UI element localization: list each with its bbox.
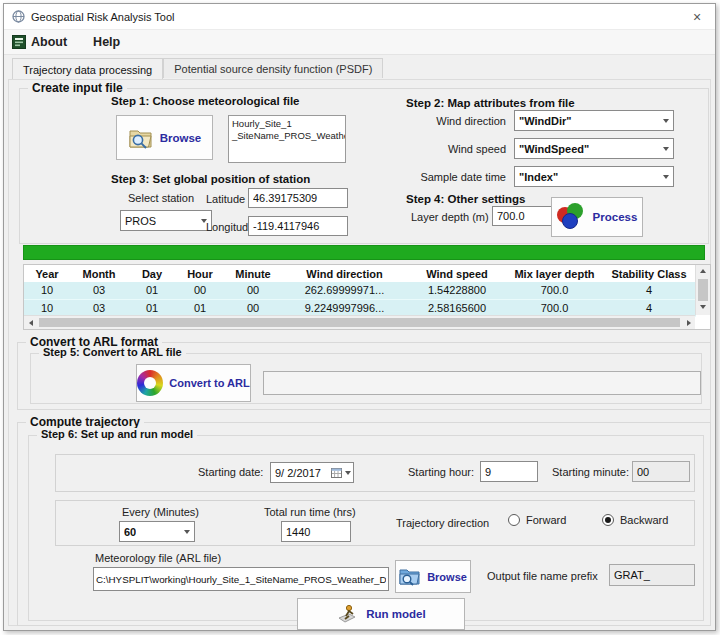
starting-date-value: 9/ 2/2017 xyxy=(275,467,321,479)
layer-depth-label: Layer depth (m) xyxy=(411,211,489,223)
chevron-down-icon xyxy=(658,139,673,158)
tab-page: Create input file Step 1: Choose meteoro… xyxy=(8,79,711,626)
sample-date-time-label: Sample date time xyxy=(392,171,506,183)
cell: 00 xyxy=(224,282,282,299)
scroll-up-icon[interactable] xyxy=(696,265,710,278)
cell: 1.54228800 xyxy=(407,282,507,299)
cell: 10 xyxy=(24,282,70,299)
radio-backward[interactable]: Backward xyxy=(602,514,668,526)
horizontal-scroll-thumb[interactable] xyxy=(39,318,680,327)
about-menu-icon xyxy=(12,35,26,49)
total-run-time-field[interactable] xyxy=(281,521,351,542)
table-row[interactable]: 10 03 01 00 00 262.69999971... 1.5422880… xyxy=(24,282,696,299)
station-select[interactable]: PROS xyxy=(120,210,212,231)
cell: 700.0 xyxy=(507,282,602,299)
chevron-down-icon xyxy=(658,167,673,186)
chevron-down-icon xyxy=(658,111,673,130)
latitude-field[interactable] xyxy=(248,188,348,208)
met-arl-file-field[interactable] xyxy=(93,567,389,591)
menu-help[interactable]: Help xyxy=(79,35,134,49)
group-title: Compute trajectory xyxy=(26,415,144,429)
step6-heading: Step 6: Set up and run model xyxy=(37,428,197,440)
col-day: Day xyxy=(128,265,176,282)
weather-table: Year Month Day Hour Minute Wind directio… xyxy=(24,265,696,317)
menu-bar: About Help xyxy=(4,30,715,55)
wind-direction-label: Wind direction xyxy=(392,115,506,127)
starting-hour-field[interactable] xyxy=(480,461,538,482)
wind-direction-value: "WindDir" xyxy=(519,115,572,127)
starting-hour-label: Starting hour: xyxy=(408,466,474,478)
cell: 700.0 xyxy=(507,299,602,316)
run-model-icon xyxy=(336,604,360,624)
app-icon xyxy=(12,10,25,23)
col-hour: Hour xyxy=(176,265,224,282)
convert-button-label: Convert to ARL xyxy=(169,377,249,389)
scroll-left-icon[interactable] xyxy=(24,316,38,329)
scroll-down-icon[interactable] xyxy=(696,302,710,315)
col-stability-class: Stability Class xyxy=(602,265,696,282)
vertical-scroll-thumb[interactable] xyxy=(698,279,708,301)
table-row[interactable]: 10 03 01 01 00 9.2249997996... 2.5816560… xyxy=(24,299,696,316)
cell: 01 xyxy=(128,282,176,299)
wind-speed-value: "WindSpeed" xyxy=(519,143,589,155)
wind-speed-select[interactable]: "WindSpeed" xyxy=(514,138,674,159)
cell: 01 xyxy=(128,299,176,316)
forward-label: Forward xyxy=(526,514,566,526)
every-minutes-select[interactable]: 60 xyxy=(119,521,195,542)
table-header-row: Year Month Day Hour Minute Wind directio… xyxy=(24,265,696,282)
longitude-field[interactable] xyxy=(248,216,348,236)
run-model-button[interactable]: Run model xyxy=(297,598,465,630)
start-time-panel: Starting date: 9/ 2/2017 Starting hour: … xyxy=(55,454,695,492)
radio-forward[interactable]: Forward xyxy=(508,514,566,526)
output-prefix-field[interactable] xyxy=(609,564,695,586)
cell: 01 xyxy=(176,299,224,316)
starting-date-label: Starting date: xyxy=(198,466,263,478)
rgb-circles-icon xyxy=(557,203,587,231)
met-file-textbox[interactable]: Hourly_Site_1 _SiteName_PROS_Weather_Dat… xyxy=(228,115,346,163)
starting-minute-field[interactable] xyxy=(632,461,690,482)
scroll-right-icon[interactable] xyxy=(681,316,695,329)
col-wind-speed: Wind speed xyxy=(407,265,507,282)
col-month: Month xyxy=(70,265,128,282)
tab-strip: Trajectory data processing Potential sou… xyxy=(4,55,715,78)
blue-folder-search-icon xyxy=(399,567,421,586)
vertical-scrollbar[interactable] xyxy=(695,265,710,315)
step1-heading: Step 1: Choose meteorological file xyxy=(111,95,300,107)
window-title: Geospatial Risk Analysis Tool xyxy=(31,11,174,23)
sample-date-time-value: "Index" xyxy=(519,171,558,183)
starting-date-picker[interactable]: 9/ 2/2017 xyxy=(270,462,354,483)
browse-arl-button[interactable]: Browse xyxy=(395,560,471,593)
radio-backward-icon xyxy=(602,514,614,526)
run-model-label: Run model xyxy=(366,608,425,620)
horizontal-scrollbar[interactable] xyxy=(24,315,695,329)
group-convert-arl: Convert to ARL format Step 5: Convert to… xyxy=(17,342,711,410)
output-prefix-label: Output file name prefix xyxy=(487,570,598,582)
convert-progress-bar xyxy=(263,371,701,395)
app-window: Geospatial Risk Analysis Tool × About He… xyxy=(3,3,716,631)
select-station-label: Select station xyxy=(128,192,194,204)
col-minute: Minute xyxy=(224,265,282,282)
process-button[interactable]: Process xyxy=(551,197,643,237)
tab-trajectory-data-processing[interactable]: Trajectory data processing xyxy=(12,58,163,79)
cell: 2.58165600 xyxy=(407,299,507,316)
convert-to-arl-button[interactable]: Convert to ARL xyxy=(136,364,251,402)
col-mix-layer-depth: Mix layer depth xyxy=(507,265,602,282)
step2-heading: Step 2: Map attributes from file xyxy=(406,97,575,109)
menu-about[interactable]: About xyxy=(12,35,79,49)
total-run-time-label: Total run time (hrs) xyxy=(264,506,356,518)
wind-direction-select[interactable]: "WindDir" xyxy=(514,110,674,131)
latitude-label: Latitude xyxy=(206,193,245,205)
browse-met-file-button[interactable]: Browse xyxy=(116,115,213,160)
folder-search-icon xyxy=(128,127,154,149)
weather-data-grid[interactable]: Year Month Day Hour Minute Wind directio… xyxy=(23,264,711,330)
tab-psdf[interactable]: Potential source density function (PSDF) xyxy=(163,58,383,78)
close-button[interactable]: × xyxy=(679,4,715,29)
cell: 262.69999971... xyxy=(282,282,407,299)
trajectory-direction-label: Trajectory direction xyxy=(396,517,489,529)
sample-date-time-select[interactable]: "Index" xyxy=(514,166,674,187)
step5-heading: Step 5: Convert to ARL file xyxy=(39,346,186,358)
group-create-input-file: Create input file Step 1: Choose meteoro… xyxy=(19,88,709,244)
met-file-line1: Hourly_Site_1 xyxy=(232,118,342,130)
every-minutes-label: Every (Minutes) xyxy=(122,506,199,518)
backward-label: Backward xyxy=(620,514,668,526)
